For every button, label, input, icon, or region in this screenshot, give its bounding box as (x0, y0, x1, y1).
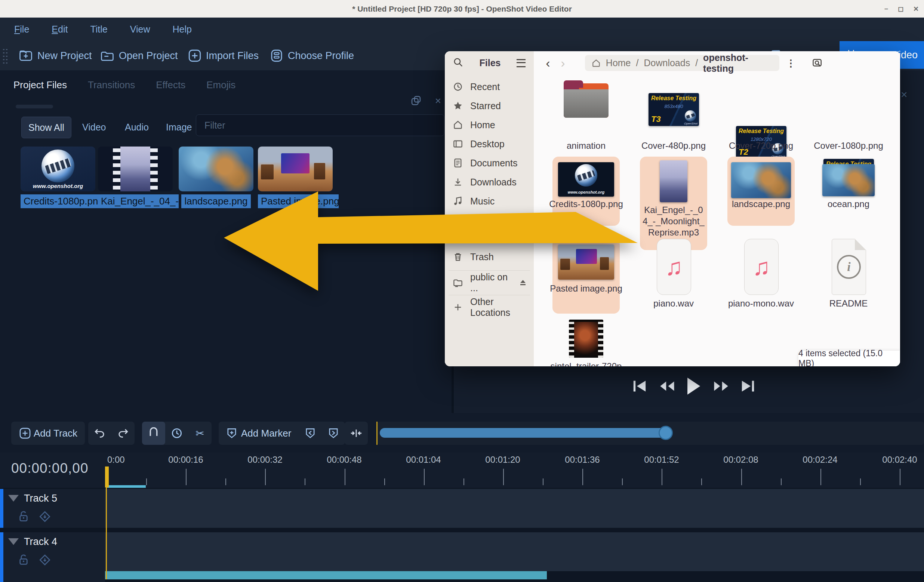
menu-file[interactable]: File (14, 24, 29, 35)
timeline-scrollbar-handle[interactable] (658, 426, 673, 440)
unlock-icon[interactable] (17, 553, 30, 566)
panel-tabs: Project Files Transitions Effects Emojis (13, 79, 236, 91)
next-marker-icon[interactable] (322, 422, 345, 445)
play-button[interactable] (680, 373, 706, 399)
menu-help[interactable]: Help (172, 24, 191, 35)
file-card-landscape[interactable]: landscape.png (179, 147, 253, 208)
track-5-lane[interactable] (105, 489, 924, 528)
files-sidebar: Files Recent Starred Home Desktop Docume… (445, 51, 534, 366)
window-maximize-icon[interactable]: ◻ (898, 5, 903, 13)
files-app-title: Files (480, 58, 501, 68)
readme-file-icon: i (832, 239, 866, 295)
player-controls (452, 366, 924, 413)
keyframe-diamond-icon[interactable] (38, 510, 51, 523)
eject-icon[interactable] (519, 279, 527, 287)
back-button[interactable]: ‹ (541, 54, 556, 71)
file-card-kai-engel[interactable]: Kai_Engel_-_04_-... (98, 147, 173, 208)
import-files-button[interactable]: Import Files (188, 41, 259, 70)
credits-thumbnail: www.openshot.org (21, 147, 95, 191)
credits-thumbnail: www.openshot.org (558, 162, 614, 196)
landscape-thumbnail (731, 162, 791, 198)
sidebar-item-music[interactable]: Music (448, 193, 531, 210)
sidebar-item-desktop[interactable]: Desktop (448, 135, 531, 153)
tab-transitions[interactable]: Transitions (88, 79, 135, 91)
window-minimize-icon[interactable]: – (884, 5, 888, 13)
sidebar-item-downloads[interactable]: Downloads (448, 173, 531, 191)
jump-to-end-button[interactable] (735, 373, 761, 399)
sidebar-item-trash[interactable]: Trash (448, 248, 531, 265)
playhead-marker[interactable] (105, 467, 109, 487)
filter-video-button[interactable]: Video (76, 117, 113, 138)
timeline-clip[interactable] (105, 571, 547, 579)
sidebar-item-documents[interactable]: Documents (448, 154, 531, 171)
sidebar-item-starred[interactable]: Starred (448, 97, 531, 114)
sidebar-item-other-locations[interactable]: Other Locations (448, 298, 531, 316)
sidebar-item-pictures[interactable]: Pictures (448, 211, 531, 229)
redo-icon[interactable] (111, 422, 135, 445)
file-card-credits[interactable]: www.openshot.org Credits-1080p.png (21, 147, 95, 208)
center-playhead-button[interactable] (345, 422, 368, 445)
add-marker-icon[interactable] (223, 422, 241, 445)
breadcrumb-home[interactable]: Home (606, 58, 631, 68)
landscape-thumbnail (179, 147, 253, 191)
filter-audio-button[interactable]: Audio (118, 117, 155, 138)
undo-redo-group (88, 422, 135, 445)
close-panel-icon[interactable]: × (435, 95, 441, 108)
unlock-icon[interactable] (17, 510, 30, 523)
menu-icon[interactable] (516, 59, 526, 67)
open-project-label: Open Project (119, 50, 178, 62)
files-header-bar: ‹ › Home / Downloads / openshot-testing … (534, 51, 900, 75)
track-5-header[interactable]: Track 5 (0, 489, 105, 528)
selection-status: 4 items selected (15.0 MB) (799, 351, 900, 366)
previous-marker-icon[interactable] (299, 422, 322, 445)
filter-input[interactable] (196, 114, 444, 136)
tabs-scrollbar[interactable] (16, 105, 53, 109)
tab-effects[interactable]: Effects (156, 79, 185, 91)
choose-profile-label: Choose Profile (288, 50, 354, 62)
sidebar-item-home[interactable]: Home (448, 116, 531, 134)
filter-image-button[interactable]: Image (159, 117, 198, 138)
keyframe-diamond-icon[interactable] (38, 553, 51, 567)
breadcrumb-downloads[interactable]: Downloads (644, 58, 690, 68)
search-icon[interactable] (453, 57, 464, 69)
track-4-lane[interactable] (105, 532, 924, 571)
forward-button[interactable]: › (556, 54, 570, 71)
track-4-header[interactable]: Track 4 (0, 532, 105, 571)
profile-list-icon (270, 49, 283, 63)
close-preview-icon[interactable]: × (901, 88, 908, 101)
tab-emojis[interactable]: Emojis (206, 79, 236, 91)
add-track-button[interactable]: Add Track (11, 422, 85, 445)
track-collapse-chevron-icon[interactable] (8, 538, 19, 545)
kebab-menu-icon[interactable]: ⋮ (784, 56, 799, 71)
menu-view[interactable]: View (130, 24, 150, 35)
breadcrumb[interactable]: Home / Downloads / openshot-testing (585, 55, 779, 71)
razor-clock-icon[interactable] (165, 422, 188, 445)
timeline-ruler[interactable]: 00:00:00,00 0:00 00:00:16 00:00:32 00:00… (0, 452, 924, 488)
snapping-magnet-icon[interactable] (142, 422, 165, 445)
fast-forward-button[interactable] (708, 373, 734, 399)
menu-title[interactable]: Title (90, 24, 107, 35)
jump-to-start-button[interactable] (627, 373, 653, 399)
track-collapse-chevron-icon[interactable] (8, 495, 19, 502)
new-project-button[interactable]: New Project (19, 41, 92, 70)
filter-show-all-button[interactable]: Show All (21, 117, 71, 138)
undock-panel-icon[interactable] (411, 95, 422, 108)
toolbar-grip[interactable] (2, 48, 8, 64)
open-folder-icon (100, 49, 114, 62)
choose-profile-button[interactable]: Choose Profile (270, 41, 354, 70)
timeline-scrollbar[interactable] (380, 428, 665, 438)
file-card-pasted-image[interactable]: Pasted image.png (258, 147, 333, 208)
undo-icon[interactable] (88, 422, 111, 445)
window-close-icon[interactable]: ✕ (913, 5, 919, 13)
razor-scissors-icon[interactable]: ✂ (188, 422, 211, 445)
search-folder-icon[interactable] (810, 56, 825, 71)
rewind-button[interactable] (654, 373, 680, 399)
sidebar-item-public-share[interactable]: public on ... (448, 274, 531, 291)
open-project-button[interactable]: Open Project (100, 41, 178, 70)
file-label: Credits-1080p.png (21, 195, 101, 208)
audio-file-icon: ♫ (657, 239, 691, 295)
download-icon (453, 177, 463, 187)
sidebar-item-recent[interactable]: Recent (448, 78, 531, 95)
tab-project-files[interactable]: Project Files (13, 79, 67, 91)
menu-edit[interactable]: Edit (51, 24, 68, 35)
